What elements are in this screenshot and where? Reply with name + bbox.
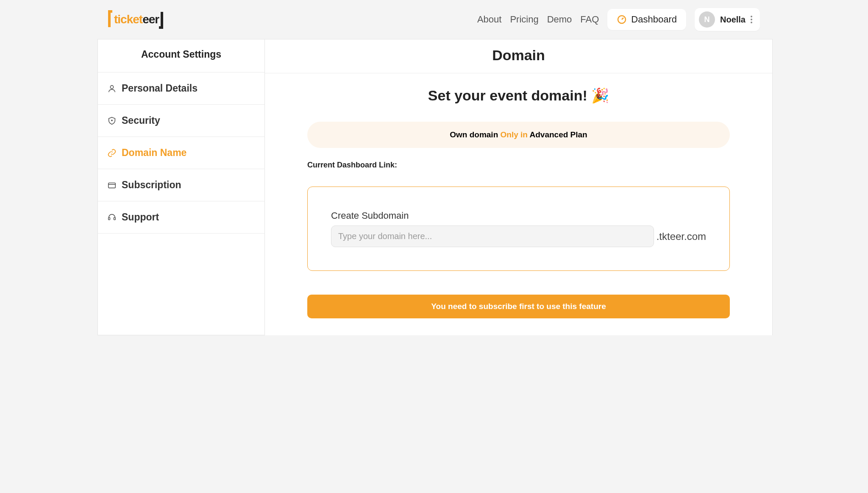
page-title: Domain	[265, 39, 772, 73]
nav-right: About Pricing Demo FAQ Dashboard N Noell…	[477, 8, 760, 31]
input-row: .tkteer.com	[331, 226, 706, 247]
subdomain-input[interactable]	[331, 226, 654, 247]
sidebar-item-label: Personal Details	[122, 83, 198, 94]
link-icon	[107, 148, 117, 158]
more-vertical-icon	[751, 16, 752, 23]
user-name: Noella	[720, 15, 746, 25]
notice-bar: Own domain Only in Advanced Plan	[307, 122, 730, 148]
svg-rect-5	[114, 217, 116, 220]
dashboard-button[interactable]: Dashboard	[607, 9, 686, 30]
shield-icon	[107, 116, 117, 125]
notice-highlight: Only in	[501, 130, 528, 139]
top-nav: ticketeer About Pricing Demo FAQ Dashboa…	[0, 0, 868, 39]
subscribe-cta-button[interactable]: You need to subscribe first to use this …	[307, 295, 730, 318]
avatar: N	[699, 11, 715, 28]
logo-part-eer: eer	[142, 13, 159, 26]
field-label: Create Subdomain	[331, 210, 706, 221]
notice-prefix: Own domain	[450, 130, 500, 139]
logo-part-tick: tick	[114, 13, 133, 26]
content-area: Domain Set your event domain! 🎉 Own doma…	[265, 39, 773, 335]
sidebar-title: Account Settings	[98, 39, 264, 72]
sidebar-item-label: Subscription	[122, 179, 181, 191]
sidebar-item-domain[interactable]: Domain Name	[98, 137, 264, 169]
svg-rect-3	[108, 183, 116, 188]
domain-box: Create Subdomain .tkteer.com	[307, 187, 730, 271]
content-inner: Set your event domain! 🎉 Own domain Only…	[265, 73, 772, 335]
logo-bracket-right-icon	[159, 12, 163, 29]
logo-part-et: et	[133, 13, 142, 26]
sidebar-item-subscription[interactable]: Subscription	[98, 169, 264, 201]
user-menu-button[interactable]: N Noella	[695, 8, 760, 31]
sidebar-item-label: Security	[122, 115, 160, 126]
nav-link-about[interactable]: About	[477, 14, 502, 25]
nav-links: About Pricing Demo FAQ	[477, 14, 599, 25]
logo-text: ticketeer	[108, 10, 163, 29]
current-link-label: Current Dashboard Link:	[307, 161, 730, 170]
nav-link-faq[interactable]: FAQ	[580, 14, 599, 25]
sidebar-item-personal[interactable]: Personal Details	[98, 72, 264, 105]
sidebar-item-support[interactable]: Support	[98, 201, 264, 234]
nav-link-pricing[interactable]: Pricing	[510, 14, 538, 25]
notice-suffix: Advanced Plan	[530, 130, 587, 139]
logo-wrap: ticketeer	[108, 10, 163, 29]
svg-rect-4	[108, 217, 110, 220]
svg-point-1	[110, 85, 113, 88]
sidebar: Account Settings Personal Details Securi…	[97, 39, 265, 335]
nav-link-demo[interactable]: Demo	[547, 14, 572, 25]
main-container: Account Settings Personal Details Securi…	[0, 39, 868, 335]
sidebar-item-label: Support	[122, 212, 159, 223]
card-icon	[107, 181, 117, 190]
svg-point-2	[111, 120, 112, 120]
headset-icon	[107, 213, 117, 222]
sidebar-item-label: Domain Name	[122, 147, 186, 159]
logo[interactable]: ticketeer	[108, 10, 163, 29]
domain-suffix: .tkteer.com	[656, 231, 706, 242]
sidebar-item-security[interactable]: Security	[98, 105, 264, 137]
gauge-icon	[617, 14, 627, 25]
dashboard-label: Dashboard	[631, 14, 677, 25]
user-icon	[107, 84, 117, 93]
subtitle: Set your event domain! 🎉	[307, 87, 730, 104]
logo-bracket-left-icon	[108, 10, 112, 27]
